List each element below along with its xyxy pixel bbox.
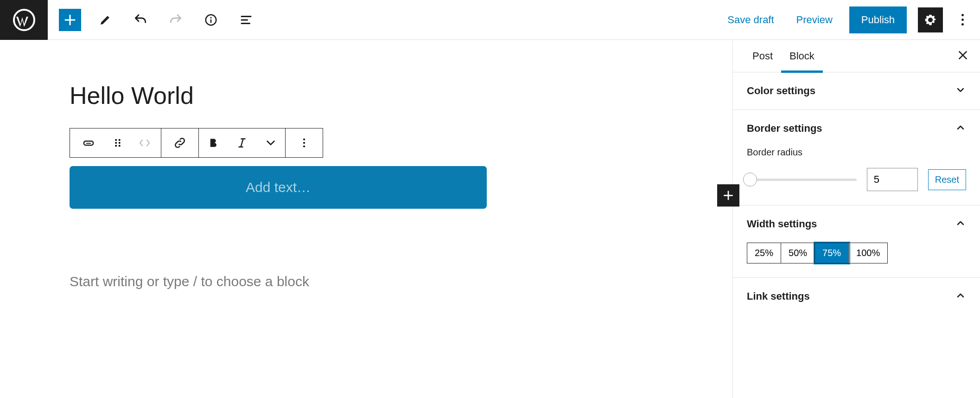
- wp-logo-button[interactable]: [0, 0, 48, 40]
- info-icon: [204, 13, 218, 27]
- width-option-50[interactable]: 50%: [781, 243, 815, 263]
- settings-button[interactable]: [918, 7, 943, 32]
- svg-point-2: [210, 17, 211, 18]
- panel-link-toggle[interactable]: Link settings: [733, 278, 980, 315]
- button-block-icon: [82, 136, 95, 150]
- gear-icon: [923, 13, 937, 27]
- document-outline-button[interactable]: [235, 9, 257, 31]
- button-block[interactable]: Add text…: [70, 166, 487, 209]
- panel-width-body: 25% 50% 75% 100%: [733, 243, 980, 277]
- link-icon: [173, 136, 187, 150]
- chevron-down-icon: [955, 84, 966, 97]
- chevron-up-icon: [955, 290, 966, 303]
- italic-button[interactable]: [228, 128, 256, 157]
- width-option-25[interactable]: 25%: [747, 243, 781, 263]
- toolbar-left-group: [48, 9, 257, 31]
- bold-button[interactable]: [199, 128, 228, 157]
- wordpress-icon: [13, 9, 35, 31]
- svg-point-8: [115, 142, 117, 144]
- editor-topbar: Save draft Preview Publish: [0, 0, 980, 40]
- italic-icon: [235, 136, 249, 150]
- panel-color-settings: Color settings: [733, 72, 980, 110]
- svg-point-9: [119, 142, 121, 144]
- undo-icon: [133, 13, 148, 27]
- redo-button: [165, 9, 187, 31]
- kebab-icon: [297, 136, 311, 150]
- post-title[interactable]: Hello World: [70, 82, 705, 109]
- panel-border-toggle[interactable]: Border settings: [733, 110, 980, 147]
- svg-point-6: [115, 139, 117, 141]
- chevron-up-icon: [955, 122, 966, 135]
- panel-width-toggle[interactable]: Width settings: [733, 205, 980, 243]
- panel-color-toggle[interactable]: Color settings: [733, 72, 980, 109]
- outline-icon: [239, 13, 253, 27]
- chevron-down-icon: [264, 136, 278, 150]
- width-options: 25% 50% 75% 100%: [747, 243, 888, 263]
- move-icon: [138, 136, 152, 150]
- panel-width-title: Width settings: [747, 218, 817, 230]
- block-more-options[interactable]: [286, 128, 323, 157]
- svg-point-0: [14, 10, 34, 30]
- svg-point-10: [115, 145, 117, 147]
- svg-point-13: [303, 142, 305, 144]
- panel-border-body: Border radius Reset: [733, 147, 980, 205]
- bold-icon: [206, 136, 220, 150]
- settings-sidebar: Post Block Color settings Border setting…: [732, 40, 980, 398]
- tab-block[interactable]: Block: [781, 40, 823, 72]
- svg-rect-3: [210, 19, 212, 23]
- more-options-button[interactable]: [954, 9, 971, 31]
- width-option-100[interactable]: 100%: [849, 243, 887, 263]
- plus-icon: [722, 189, 734, 201]
- svg-point-11: [119, 145, 121, 147]
- drag-handle[interactable]: [107, 128, 128, 157]
- chevron-up-icon: [955, 218, 966, 231]
- border-radius-reset-button[interactable]: Reset: [928, 169, 966, 190]
- link-button[interactable]: [161, 128, 198, 157]
- border-radius-row: Reset: [747, 168, 966, 191]
- border-radius-input[interactable]: [867, 168, 918, 191]
- editor-layout: Hello World: [0, 40, 980, 398]
- svg-point-12: [303, 139, 305, 141]
- panel-border-settings: Border settings Border radius Reset: [733, 110, 980, 205]
- close-sidebar-button[interactable]: [957, 49, 969, 63]
- block-type-button[interactable]: [70, 128, 107, 157]
- move-arrows[interactable]: [128, 128, 161, 157]
- toolbar-right-group: Save draft Preview Publish: [722, 6, 980, 33]
- default-block-hint[interactable]: Start writing or type / to choose a bloc…: [70, 274, 705, 289]
- add-block-button[interactable]: [59, 9, 81, 31]
- document-info-button[interactable]: [200, 9, 222, 31]
- border-radius-label: Border radius: [747, 147, 966, 158]
- panel-color-title: Color settings: [747, 85, 815, 97]
- slider-handle[interactable]: [743, 173, 757, 186]
- svg-rect-5: [86, 143, 91, 144]
- panel-link-title: Link settings: [747, 290, 810, 302]
- svg-point-14: [303, 146, 305, 148]
- more-formatting-button[interactable]: [256, 128, 285, 157]
- editor-canvas[interactable]: Hello World: [0, 40, 732, 398]
- undo-button[interactable]: [129, 9, 152, 31]
- sidebar-tabs: Post Block: [733, 40, 980, 72]
- pencil-icon: [98, 13, 112, 27]
- close-icon: [957, 49, 969, 61]
- width-option-75[interactable]: 75%: [815, 243, 849, 263]
- edit-mode-button[interactable]: [94, 9, 116, 31]
- block-toolbar: [70, 128, 323, 158]
- plus-icon: [63, 13, 77, 27]
- button-block-placeholder: Add text…: [246, 180, 311, 195]
- redo-icon: [168, 13, 183, 27]
- border-radius-slider[interactable]: [747, 174, 857, 185]
- preview-button[interactable]: Preview: [791, 9, 838, 31]
- dot-icon: [961, 14, 964, 16]
- panel-border-title: Border settings: [747, 122, 822, 135]
- panel-width-settings: Width settings 25% 50% 75% 100%: [733, 205, 980, 278]
- drag-icon: [111, 136, 125, 150]
- svg-point-7: [119, 139, 121, 141]
- save-draft-button[interactable]: Save draft: [722, 9, 779, 31]
- panel-link-settings: Link settings: [733, 278, 980, 315]
- insert-block-after-button[interactable]: [717, 184, 739, 206]
- button-block-wrap: Add text…: [70, 166, 705, 209]
- publish-button[interactable]: Publish: [849, 6, 907, 33]
- tab-post[interactable]: Post: [744, 40, 781, 72]
